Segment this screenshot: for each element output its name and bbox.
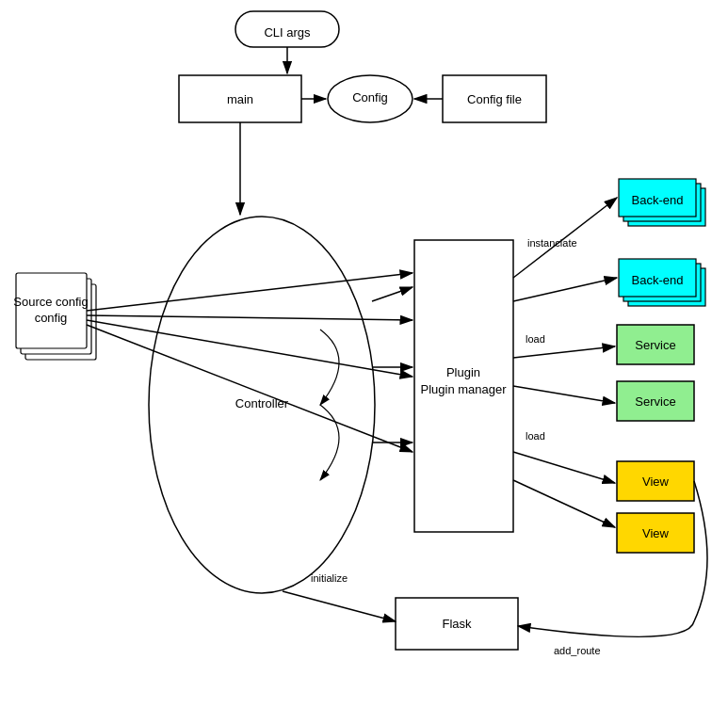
arrow-plugin-service2 [513, 386, 615, 403]
backend1-label: Back-end [632, 193, 684, 207]
config-file-label: Config file [467, 92, 522, 106]
view1-label: View [642, 475, 670, 489]
main-label: main [227, 92, 253, 106]
config-label: Config [352, 90, 388, 105]
plugin-manager-label: Plugin [446, 365, 480, 379]
initialize-label: initialize [311, 572, 348, 584]
service2-label: Service [635, 394, 675, 409]
arrow-plugin-view2 [513, 480, 615, 527]
arrow-view-flask [518, 481, 707, 636]
source-config-label: Source config [13, 295, 89, 309]
arrow-plugin-view1 [513, 452, 615, 483]
arrow-ctrl-plugin1 [372, 287, 413, 301]
load-view-label: load [526, 430, 545, 442]
source-config-label2: config [35, 311, 68, 325]
backend2-label: Back-end [632, 273, 684, 287]
arrow-plugin-backend2 [513, 278, 617, 301]
load-service-label: load [526, 333, 545, 345]
cli-args-label: CLI args [264, 25, 311, 40]
add-route-label: add_route [554, 645, 601, 656]
controller-label: Controller [235, 396, 289, 410]
flask-label: Flask [442, 617, 472, 631]
service1-label: Service [635, 338, 675, 352]
instanciate-label: instanciate [527, 237, 577, 249]
plugin-manager-label2: Plugin manager [420, 382, 507, 396]
arrow-plugin-service1 [513, 346, 615, 358]
view2-label: View [642, 526, 670, 540]
arrow-ctrl-flask [283, 591, 396, 621]
